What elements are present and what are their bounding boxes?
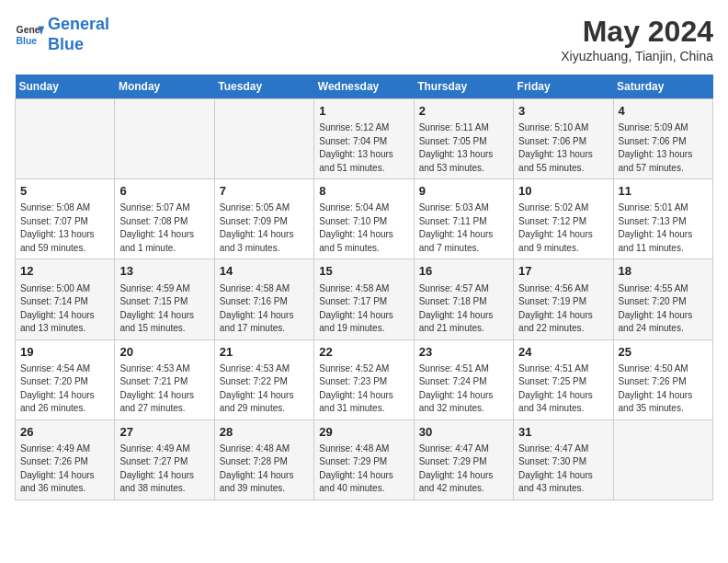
day-number: 18: [619, 263, 708, 280]
day-number: 19: [20, 344, 109, 361]
calendar-subtitle: Xiyuzhuang, Tianjin, China: [561, 49, 713, 63]
day-number: 10: [518, 183, 608, 200]
day-info: Sunrise: 5:09 AM Sunset: 7:06 PM Dayligh…: [619, 121, 708, 175]
day-number: 11: [619, 183, 708, 200]
calendar-cell: 16Sunrise: 4:57 AM Sunset: 7:18 PM Dayli…: [414, 259, 513, 339]
day-info: Sunrise: 5:04 AM Sunset: 7:10 PM Dayligh…: [319, 201, 408, 255]
day-number: 5: [20, 183, 109, 200]
day-number: 9: [419, 183, 508, 200]
calendar-cell: 10Sunrise: 5:02 AM Sunset: 7:12 PM Dayli…: [514, 179, 613, 259]
calendar-cell: 4Sunrise: 5:09 AM Sunset: 7:06 PM Daylig…: [613, 99, 712, 179]
calendar-cell: 30Sunrise: 4:47 AM Sunset: 7:29 PM Dayli…: [414, 419, 513, 500]
calendar-cell: 17Sunrise: 4:56 AM Sunset: 7:19 PM Dayli…: [514, 259, 613, 339]
svg-text:Blue: Blue: [17, 35, 38, 45]
day-number: 26: [20, 424, 109, 441]
calendar-cell: 18Sunrise: 4:55 AM Sunset: 7:20 PM Dayli…: [613, 259, 712, 339]
weekday-header-monday: Monday: [115, 75, 214, 99]
calendar-cell: 20Sunrise: 4:53 AM Sunset: 7:21 PM Dayli…: [115, 339, 214, 419]
calendar-cell: 15Sunrise: 4:58 AM Sunset: 7:17 PM Dayli…: [314, 259, 414, 339]
day-info: Sunrise: 4:47 AM Sunset: 7:29 PM Dayligh…: [419, 442, 508, 496]
day-info: Sunrise: 4:49 AM Sunset: 7:26 PM Dayligh…: [20, 442, 109, 496]
calendar-cell: 26Sunrise: 4:49 AM Sunset: 7:26 PM Dayli…: [16, 419, 115, 500]
calendar-cell: [115, 99, 214, 179]
calendar-cell: 14Sunrise: 4:58 AM Sunset: 7:16 PM Dayli…: [214, 259, 313, 339]
weekday-header-friday: Friday: [514, 75, 613, 99]
day-number: 14: [220, 263, 309, 280]
calendar-cell: 24Sunrise: 4:51 AM Sunset: 7:25 PM Dayli…: [514, 339, 613, 419]
logo: General Blue GeneralBlue: [15, 15, 109, 54]
calendar-cell: 2Sunrise: 5:11 AM Sunset: 7:05 PM Daylig…: [414, 99, 513, 179]
logo-icon: General Blue: [15, 20, 44, 50]
day-number: 24: [518, 344, 608, 361]
calendar-cell: 8Sunrise: 5:04 AM Sunset: 7:10 PM Daylig…: [314, 179, 414, 259]
calendar-cell: 31Sunrise: 4:47 AM Sunset: 7:30 PM Dayli…: [514, 419, 613, 500]
day-number: 17: [518, 263, 608, 280]
weekday-header-row: SundayMondayTuesdayWednesdayThursdayFrid…: [16, 75, 713, 99]
weekday-header-sunday: Sunday: [16, 75, 115, 99]
day-number: 22: [319, 344, 408, 361]
day-number: 23: [419, 344, 508, 361]
calendar-cell: [214, 99, 313, 179]
day-info: Sunrise: 4:49 AM Sunset: 7:27 PM Dayligh…: [119, 442, 209, 496]
day-info: Sunrise: 4:51 AM Sunset: 7:24 PM Dayligh…: [419, 362, 508, 416]
day-number: 7: [220, 183, 309, 200]
calendar-cell: 9Sunrise: 5:03 AM Sunset: 7:11 PM Daylig…: [414, 179, 513, 259]
day-number: 4: [619, 103, 708, 120]
calendar-week-row-4: 19Sunrise: 4:54 AM Sunset: 7:20 PM Dayli…: [16, 339, 713, 419]
day-number: 13: [119, 263, 209, 280]
calendar-cell: 27Sunrise: 4:49 AM Sunset: 7:27 PM Dayli…: [115, 419, 214, 500]
calendar-cell: 25Sunrise: 4:50 AM Sunset: 7:26 PM Dayli…: [613, 339, 712, 419]
weekday-header-tuesday: Tuesday: [214, 75, 313, 99]
calendar-cell: [613, 419, 712, 500]
calendar-cell: 7Sunrise: 5:05 AM Sunset: 7:09 PM Daylig…: [214, 179, 313, 259]
calendar-cell: 23Sunrise: 4:51 AM Sunset: 7:24 PM Dayli…: [414, 339, 513, 419]
day-number: 8: [319, 183, 408, 200]
day-number: 16: [419, 263, 508, 280]
day-info: Sunrise: 5:03 AM Sunset: 7:11 PM Dayligh…: [419, 201, 508, 255]
calendar-cell: 28Sunrise: 4:48 AM Sunset: 7:28 PM Dayli…: [214, 419, 313, 500]
weekday-header-thursday: Thursday: [414, 75, 513, 99]
day-info: Sunrise: 4:59 AM Sunset: 7:15 PM Dayligh…: [119, 282, 209, 336]
day-info: Sunrise: 5:08 AM Sunset: 7:07 PM Dayligh…: [20, 201, 109, 255]
calendar-week-row-5: 26Sunrise: 4:49 AM Sunset: 7:26 PM Dayli…: [16, 419, 713, 500]
day-number: 1: [319, 103, 408, 120]
weekday-header-wednesday: Wednesday: [314, 75, 414, 99]
page-header: General Blue GeneralBlue May 2024 Xiyuzh…: [15, 15, 713, 63]
day-info: Sunrise: 4:50 AM Sunset: 7:26 PM Dayligh…: [619, 362, 708, 416]
day-info: Sunrise: 5:05 AM Sunset: 7:09 PM Dayligh…: [220, 201, 309, 255]
calendar-cell: 1Sunrise: 5:12 AM Sunset: 7:04 PM Daylig…: [314, 99, 414, 179]
day-number: 28: [220, 424, 309, 441]
day-info: Sunrise: 5:02 AM Sunset: 7:12 PM Dayligh…: [518, 201, 608, 255]
calendar-cell: 22Sunrise: 4:52 AM Sunset: 7:23 PM Dayli…: [314, 339, 414, 419]
calendar-week-row-3: 12Sunrise: 5:00 AM Sunset: 7:14 PM Dayli…: [16, 259, 713, 339]
day-info: Sunrise: 5:10 AM Sunset: 7:06 PM Dayligh…: [518, 121, 608, 175]
calendar-cell: 11Sunrise: 5:01 AM Sunset: 7:13 PM Dayli…: [613, 179, 712, 259]
day-info: Sunrise: 4:55 AM Sunset: 7:20 PM Dayligh…: [619, 282, 708, 336]
day-info: Sunrise: 4:48 AM Sunset: 7:28 PM Dayligh…: [220, 442, 309, 496]
calendar-table: SundayMondayTuesdayWednesdayThursdayFrid…: [15, 75, 713, 500]
day-info: Sunrise: 5:12 AM Sunset: 7:04 PM Dayligh…: [319, 121, 408, 175]
calendar-cell: 19Sunrise: 4:54 AM Sunset: 7:20 PM Dayli…: [16, 339, 115, 419]
calendar-cell: 6Sunrise: 5:07 AM Sunset: 7:08 PM Daylig…: [115, 179, 214, 259]
day-number: 12: [20, 263, 109, 280]
day-number: 29: [319, 424, 408, 441]
day-info: Sunrise: 4:57 AM Sunset: 7:18 PM Dayligh…: [419, 282, 508, 336]
day-info: Sunrise: 4:48 AM Sunset: 7:29 PM Dayligh…: [319, 442, 408, 496]
day-number: 21: [220, 344, 309, 361]
day-info: Sunrise: 4:47 AM Sunset: 7:30 PM Dayligh…: [518, 442, 608, 496]
day-info: Sunrise: 4:58 AM Sunset: 7:16 PM Dayligh…: [220, 282, 309, 336]
day-number: 2: [419, 103, 508, 120]
day-number: 27: [119, 424, 209, 441]
day-info: Sunrise: 4:52 AM Sunset: 7:23 PM Dayligh…: [319, 362, 408, 416]
calendar-week-row-1: 1Sunrise: 5:12 AM Sunset: 7:04 PM Daylig…: [16, 99, 713, 179]
calendar-cell: [16, 99, 115, 179]
day-number: 31: [518, 424, 608, 441]
calendar-cell: 5Sunrise: 5:08 AM Sunset: 7:07 PM Daylig…: [16, 179, 115, 259]
title-block: May 2024 Xiyuzhuang, Tianjin, China: [561, 15, 713, 63]
calendar-cell: 3Sunrise: 5:10 AM Sunset: 7:06 PM Daylig…: [514, 99, 613, 179]
calendar-cell: 13Sunrise: 4:59 AM Sunset: 7:15 PM Dayli…: [115, 259, 214, 339]
calendar-cell: 29Sunrise: 4:48 AM Sunset: 7:29 PM Dayli…: [314, 419, 414, 500]
day-number: 20: [119, 344, 209, 361]
day-info: Sunrise: 5:11 AM Sunset: 7:05 PM Dayligh…: [419, 121, 508, 175]
calendar-cell: 12Sunrise: 5:00 AM Sunset: 7:14 PM Dayli…: [16, 259, 115, 339]
